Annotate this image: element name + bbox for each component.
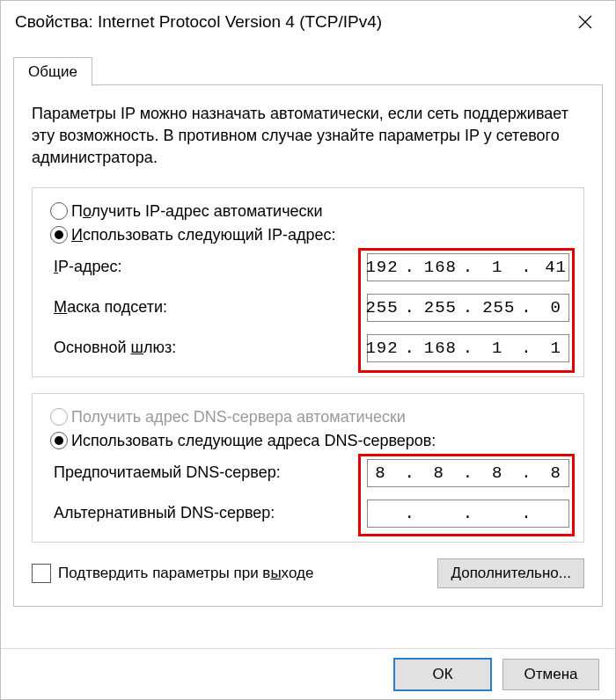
radio-obtain-ip-auto[interactable]: Получить IP-адрес автоматически	[50, 202, 569, 221]
dialog-window: Свойства: Internet Protocol Version 4 (T…	[0, 0, 616, 700]
radio-use-dns[interactable]: Использовать следующие адреса DNS-сервер…	[50, 432, 569, 450]
gateway-input[interactable]: 192. 168. 1. 1	[367, 334, 569, 362]
radio-icon	[50, 432, 68, 449]
radio-label: Получить IP-адрес автоматически	[71, 202, 323, 221]
window-title: Свойства: Internet Protocol Version 4 (T…	[15, 12, 566, 32]
tab-border	[92, 84, 603, 85]
confirm-checkbox[interactable]	[32, 564, 51, 583]
radio-label: Использовать следующие адреса DNS-сервер…	[71, 432, 436, 450]
radio-use-ip[interactable]: Использовать следующий IP-адрес:	[50, 226, 569, 244]
dialog-footer: ОК Отмена	[1, 648, 615, 699]
close-button[interactable]	[566, 3, 605, 41]
tab-body: Параметры IP можно назначать автоматичес…	[13, 85, 603, 607]
ok-button[interactable]: ОК	[393, 658, 492, 691]
alternate-dns-label: Альтернативный DNS-сервер:	[47, 504, 358, 522]
description-text: Параметры IP можно назначать автоматичес…	[32, 103, 584, 170]
titlebar: Свойства: Internet Protocol Version 4 (T…	[1, 1, 615, 43]
confirm-label: Подтвердить параметры при выходе	[58, 565, 313, 582]
client-area: Общие Параметры IP можно назначать автом…	[1, 43, 615, 607]
advanced-button[interactable]: Дополнительно...	[437, 558, 584, 588]
tab-strip: Общие	[13, 55, 603, 85]
ip-address-label: IP-адрес:	[47, 258, 358, 276]
radio-label: Использовать следующий IP-адрес:	[71, 226, 335, 244]
preferred-dns-label: Предпочитаемый DNS-сервер:	[47, 463, 358, 482]
ip-settings-group: Получить IP-адрес автоматически Использо…	[32, 187, 584, 377]
dns-fields: Предпочитаемый DNS-сервер: 8. 8. 8. 8 Ал…	[47, 459, 569, 528]
subnet-mask-input[interactable]: 255. 255. 255. 0	[367, 294, 569, 322]
radio-label: Получить адрес DNS-сервера автоматически	[71, 408, 406, 427]
radio-icon	[50, 226, 68, 244]
close-icon	[578, 15, 592, 29]
tab-general[interactable]: Общие	[13, 57, 92, 86]
subnet-mask-label: Маска подсети:	[47, 298, 358, 317]
radio-icon	[50, 202, 68, 220]
dns-settings-group: Получить адрес DNS-сервера автоматически…	[32, 393, 584, 543]
ip-address-input[interactable]: 192. 168. 1. 41	[367, 253, 569, 281]
bottom-row: Подтвердить параметры при выходе Дополни…	[32, 558, 584, 588]
ip-fields: IP-адрес: 192. 168. 1. 41 Маска подсети:…	[47, 253, 569, 362]
cancel-button[interactable]: Отмена	[502, 659, 599, 690]
preferred-dns-input[interactable]: 8. 8. 8. 8	[367, 459, 569, 487]
gateway-label: Основной шлюз:	[47, 339, 358, 357]
radio-obtain-dns-auto: Получить адрес DNS-сервера автоматически	[50, 408, 569, 427]
alternate-dns-input[interactable]: . . .	[367, 499, 569, 528]
radio-icon	[50, 408, 68, 426]
